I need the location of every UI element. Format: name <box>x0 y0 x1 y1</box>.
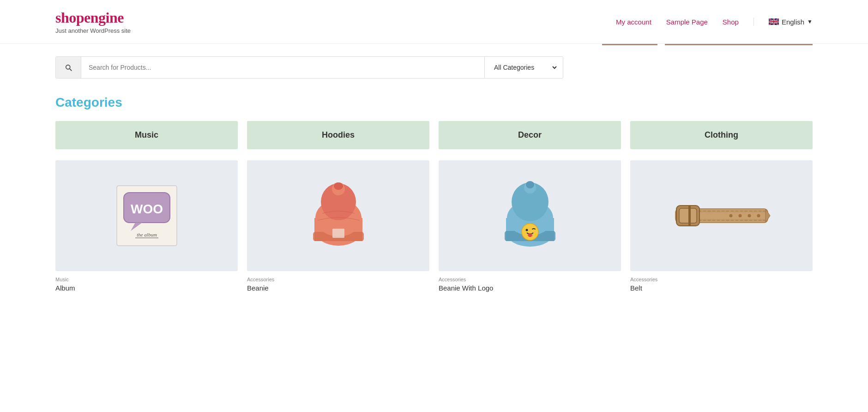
product-name-belt: Belt <box>630 284 813 292</box>
logo-area: shopengine Just another WordPress site <box>55 9 131 34</box>
search-button[interactable] <box>56 57 81 78</box>
category-select[interactable]: All Categories Music Hoodies Decor Cloth… <box>484 57 558 78</box>
product-image-beanie-logo <box>439 160 621 271</box>
product-category-beanie-logo: Accessories <box>439 277 621 282</box>
svg-text:the album: the album <box>137 232 157 237</box>
svg-rect-39 <box>688 206 691 226</box>
category-label-music: Music <box>135 130 158 139</box>
category-card-decor[interactable]: Decor <box>439 121 621 149</box>
flag-icon <box>769 18 779 25</box>
site-header: shopengine Just another WordPress site M… <box>0 0 868 44</box>
main-content: Categories Music Hoodies Decor Clothing <box>0 79 868 310</box>
language-label: English <box>782 18 804 26</box>
product-name-album: Album <box>55 284 238 292</box>
category-card-music[interactable]: Music <box>55 121 238 149</box>
category-card-clothing[interactable]: Clothing <box>630 121 813 149</box>
belt-illustration <box>671 193 772 239</box>
svg-rect-38 <box>679 208 697 223</box>
svg-point-31 <box>525 229 528 231</box>
nav-underline-1 <box>602 44 657 45</box>
svg-rect-22 <box>332 229 344 238</box>
product-image-beanie <box>247 160 429 271</box>
category-label-hoodies: Hoodies <box>322 130 355 139</box>
search-bar: All Categories Music Hoodies Decor Cloth… <box>55 56 563 79</box>
svg-point-29 <box>526 181 534 188</box>
nav-separator <box>753 18 754 26</box>
nav-underline-2 <box>665 44 813 45</box>
product-name-beanie-logo: Beanie With Logo <box>439 284 621 292</box>
nav-sample-page[interactable]: Sample Page <box>666 18 708 26</box>
product-name-beanie: Beanie <box>247 284 429 292</box>
svg-rect-8 <box>769 21 779 22</box>
album-illustration: WOO the album <box>110 181 184 250</box>
product-card-beanie[interactable]: Accessories Beanie <box>247 160 429 292</box>
beanie-logo-illustration <box>500 176 560 255</box>
product-card-album[interactable]: WOO the album Music Album <box>55 160 238 292</box>
product-card-belt[interactable]: Accessories Belt <box>630 160 813 292</box>
category-label-decor: Decor <box>518 130 542 139</box>
svg-point-30 <box>522 224 538 240</box>
svg-point-40 <box>729 214 732 218</box>
search-icon <box>64 63 72 72</box>
main-nav: My account Sample Page Shop English ▼ <box>616 18 813 26</box>
search-input[interactable] <box>81 57 484 78</box>
product-category-beanie: Accessories <box>247 277 429 282</box>
products-grid: WOO the album Music Album <box>55 160 813 292</box>
product-image-album: WOO the album <box>55 160 238 271</box>
product-category-album: Music <box>55 277 238 282</box>
site-subtitle: Just another WordPress site <box>55 27 131 34</box>
nav-my-account[interactable]: My account <box>616 18 651 26</box>
category-label-clothing: Clothing <box>705 130 738 139</box>
svg-point-41 <box>738 214 741 218</box>
product-card-beanie-logo[interactable]: Accessories Beanie With Logo <box>439 160 621 292</box>
svg-point-43 <box>757 214 760 218</box>
category-card-hoodies[interactable]: Hoodies <box>247 121 429 149</box>
nav-shop[interactable]: Shop <box>723 18 739 26</box>
product-image-belt <box>630 160 813 271</box>
svg-text:WOO: WOO <box>131 202 163 216</box>
search-section: All Categories Music Hoodies Decor Cloth… <box>0 45 868 79</box>
svg-point-21 <box>334 182 343 190</box>
categories-heading: Categories <box>55 95 813 110</box>
product-category-belt: Accessories <box>630 277 813 282</box>
beanie-illustration <box>308 179 368 253</box>
site-title[interactable]: shopengine <box>55 9 131 26</box>
categories-grid: Music Hoodies Decor Clothing <box>55 121 813 149</box>
svg-point-42 <box>747 214 751 218</box>
language-selector[interactable]: English ▼ <box>769 18 813 26</box>
language-chevron-icon: ▼ <box>807 18 813 25</box>
